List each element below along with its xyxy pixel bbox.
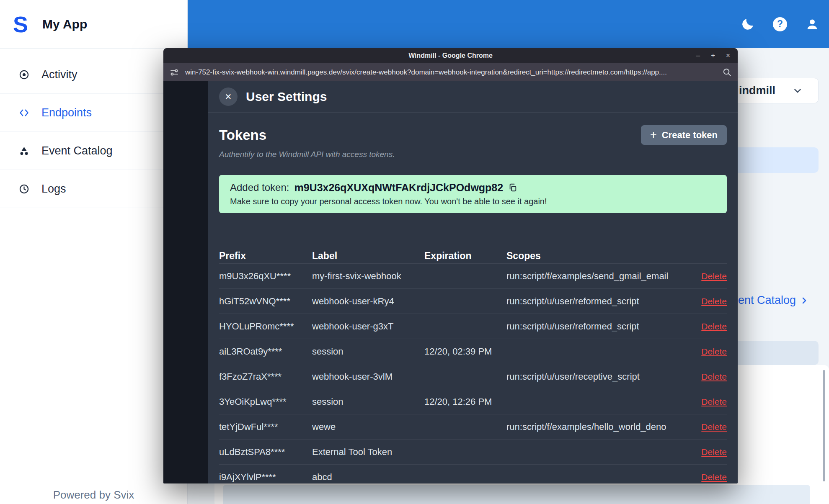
added-token-prefix: Added token:: [230, 181, 289, 194]
zoom-icon[interactable]: [722, 67, 732, 77]
close-window-button[interactable]: ×: [726, 48, 730, 63]
table-row: tetYjDwFul**** wewe run:script/f/example…: [219, 414, 727, 440]
token-prefix: i9AjXYlvlP****: [219, 472, 312, 483]
token-label: session: [312, 346, 424, 357]
background-panel-inner-box: [223, 485, 810, 504]
token-value: m9U3x26qXUXqNWtFAKrdjJCkPOdwgp82: [294, 181, 503, 194]
delete-token-link[interactable]: Delete: [701, 271, 727, 281]
token-prefix: HYOLuPRomc****: [219, 321, 312, 332]
logs-icon: [18, 183, 30, 195]
sidebar-nav: Activity Endpoints Event Catalog Logs: [0, 56, 187, 208]
dark-mode-toggle-icon[interactable]: [740, 17, 755, 32]
token-label: webhook-user-kRy4: [312, 296, 424, 307]
table-row: HYOLuPRomc**** webhook-user-g3xT run:scr…: [219, 314, 727, 339]
modal-title: User Settings: [246, 90, 327, 104]
question-mark-icon: ?: [773, 17, 787, 31]
window-content: ✕ User Settings Tokens + Create token Au…: [163, 81, 738, 483]
sidebar-header: S My App: [0, 0, 187, 49]
screen: S My App Activity Endpoints Event Cata: [0, 0, 829, 504]
added-token-alert: Added token: m9U3x26qXUXqNWtFAKrdjJCkPOd…: [219, 175, 727, 213]
delete-token-link[interactable]: Delete: [701, 321, 727, 332]
sidebar-item-label: Activity: [41, 68, 77, 81]
tokens-heading: Tokens: [219, 127, 266, 143]
delete-token-link[interactable]: Delete: [701, 372, 727, 382]
token-label: abcd: [312, 472, 424, 483]
token-scopes: run:script/u/user/reformed_script: [506, 321, 687, 332]
token-scopes: run:script/u/user/reformed_script: [506, 296, 687, 307]
user-settings-modal: ✕ User Settings Tokens + Create token Au…: [208, 81, 738, 483]
maximize-button[interactable]: +: [711, 48, 715, 63]
copy-warning: Make sure to copy your personal access t…: [230, 196, 716, 206]
create-token-button[interactable]: + Create token: [641, 125, 727, 145]
token-label: External Tool Token: [312, 447, 424, 458]
site-settings-icon[interactable]: [169, 67, 179, 77]
token-label: webhook-user-3vlM: [312, 371, 424, 382]
token-prefix: tetYjDwFul****: [219, 422, 312, 432]
col-header-expiration: Expiration: [424, 250, 506, 262]
token-scopes: run:script/u/user/receptive_script: [506, 371, 687, 382]
close-modal-button[interactable]: ✕: [219, 87, 238, 106]
sidebar: S My App Activity Endpoints Event Cata: [0, 0, 188, 504]
sidebar-item-endpoints[interactable]: Endpoints: [0, 94, 187, 132]
col-header-scopes: Scopes: [506, 250, 687, 262]
chevron-down-icon: [792, 85, 803, 96]
plus-icon: +: [650, 129, 657, 141]
sidebar-item-event-catalog[interactable]: Event Catalog: [0, 132, 187, 170]
tokens-subtitle: Authentify to the Windmill API with acce…: [219, 150, 727, 159]
table-row: f3FzoZ7raX**** webhook-user-3vlM run:scr…: [219, 364, 727, 389]
modal-header: ✕ User Settings: [208, 81, 738, 113]
event-catalog-link-label: ent Catalog: [738, 294, 796, 307]
sidebar-item-activity[interactable]: Activity: [0, 56, 187, 94]
delete-token-link[interactable]: Delete: [701, 472, 727, 482]
token-label: webhook-user-g3xT: [312, 321, 424, 332]
url-bar[interactable]: win-752-fix-svix-webhook-win.windmill.pa…: [163, 63, 738, 81]
close-icon: ✕: [225, 92, 232, 102]
workspace-name: indmill: [739, 84, 775, 97]
table-row: hGiT52wVNQ**** webhook-user-kRy4 run:scr…: [219, 289, 727, 314]
window-titlebar[interactable]: Windmill - Google Chrome – + ×: [163, 48, 738, 63]
token-prefix: 3YeOiKpLwq****: [219, 396, 312, 407]
page-backdrop-strip: [163, 81, 208, 483]
create-token-label: Create token: [662, 130, 718, 141]
token-label: wewe: [312, 422, 424, 432]
token-label: my-first-svix-webhook: [312, 271, 424, 282]
delete-token-link[interactable]: Delete: [701, 296, 727, 306]
top-bar: ?: [188, 0, 829, 48]
table-row: i9AjXYlvlP**** abcd Delete: [219, 465, 727, 483]
delete-token-link[interactable]: Delete: [701, 397, 727, 407]
event-catalog-icon: [18, 145, 30, 157]
chevron-right-icon: [799, 296, 809, 306]
alert-line: Added token: m9U3x26qXUXqNWtFAKrdjJCkPOd…: [230, 181, 716, 194]
token-scopes: run:script/f/examples/send_gmail_email: [506, 271, 687, 282]
sidebar-item-label: Event Catalog: [41, 144, 113, 157]
copy-icon[interactable]: [508, 183, 517, 192]
chrome-window: Windmill - Google Chrome – + × win-752-f…: [163, 48, 738, 483]
app-name: My App: [42, 17, 87, 31]
page-scrollbar[interactable]: [823, 370, 825, 481]
table-row: 3YeOiKpLwq**** session 12/20, 12:26 PM D…: [219, 389, 727, 414]
event-catalog-link[interactable]: ent Catalog: [738, 294, 809, 307]
delete-token-link[interactable]: Delete: [701, 347, 727, 357]
svix-logo-icon: S: [8, 12, 33, 36]
table-row: uLdBztSPA8**** External Tool Token Delet…: [219, 440, 727, 465]
url-text[interactable]: win-752-fix-svix-webhook-win.windmill.pa…: [185, 68, 716, 77]
sidebar-item-logs[interactable]: Logs: [0, 170, 187, 208]
powered-by-svix: Powered by Svix: [0, 489, 187, 501]
minimize-button[interactable]: –: [696, 48, 700, 63]
token-prefix: uLdBztSPA8****: [219, 447, 312, 458]
token-scopes: run:script/f/examples/hello_world_deno: [506, 422, 687, 432]
token-expiration: 12/20, 02:39 PM: [424, 346, 506, 357]
tokens-section-head: Tokens + Create token: [219, 125, 727, 145]
activity-icon: [18, 69, 30, 80]
token-label: session: [312, 396, 424, 407]
delete-token-link[interactable]: Delete: [701, 447, 727, 457]
sidebar-item-label: Logs: [41, 183, 66, 195]
token-prefix: m9U3x26qXU****: [219, 271, 312, 282]
delete-token-link[interactable]: Delete: [701, 422, 727, 432]
col-header-prefix: Prefix: [219, 250, 312, 262]
sidebar-item-label: Endpoints: [41, 106, 92, 119]
help-icon[interactable]: ?: [772, 17, 788, 32]
token-prefix: aiL3ROat9y****: [219, 346, 312, 357]
user-account-icon[interactable]: [805, 17, 820, 32]
token-prefix: f3FzoZ7raX****: [219, 371, 312, 382]
